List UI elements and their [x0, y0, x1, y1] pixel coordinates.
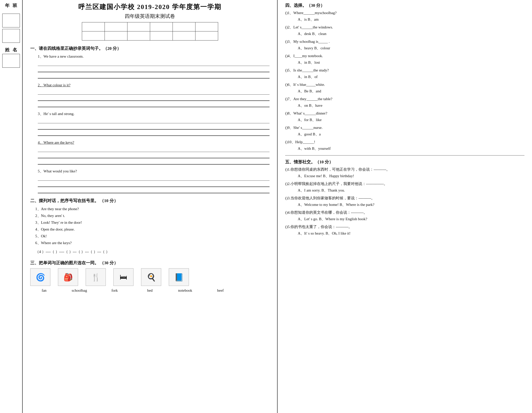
vocab-beef: 📘: [169, 268, 189, 286]
s1-item-5: 5、What would you like?: [30, 168, 270, 193]
score-row-top: [82, 22, 218, 31]
schoolbag-image: 🎒: [58, 268, 78, 286]
writing-area-1: [38, 60, 270, 79]
vocab-schoolbag: 🎒: [58, 268, 78, 286]
section-1: 一、请在四线格里正确抄录英词句子。（20 分） 1、We have a new …: [30, 46, 270, 193]
s1-item-3: 3、He' s tall and strong.: [30, 111, 270, 136]
section-4-title: 四、选择。（30 分）: [285, 3, 524, 8]
vocab-fork: 🍴: [86, 268, 106, 286]
notebook-image: 🍳: [141, 268, 161, 286]
writing-area-5: [38, 175, 270, 193]
score-cell: [82, 22, 105, 31]
section-2-items: 1、Are they near the phone? 2、No, they ar…: [30, 206, 270, 255]
s5-q3: ()3.当你欢迎他人到你家做客的时候，要说：----------。 A、Welc…: [285, 195, 524, 208]
section-5-title: 五、情形社交。（10 分）: [285, 159, 524, 165]
s4-q10: ()10、Help______! A、with B、yourself: [285, 139, 524, 152]
word-bed: bed: [139, 288, 161, 293]
exam-subtitle: 四年级英语期末测试卷: [30, 13, 270, 20]
name-label: 姓 名: [5, 47, 17, 53]
section-1-title: 一、请在四线格里正确抄录英词句子。（20 分）: [30, 46, 270, 51]
s4-q4: ()4、I____my notebook. A、in B、lost: [285, 53, 524, 66]
score-grid: [30, 22, 270, 41]
word-notebook: notebook: [174, 288, 196, 293]
bed-image: 🛏: [113, 268, 134, 286]
word-beef: beef: [209, 288, 232, 293]
score-row-bottom: [82, 31, 218, 41]
vocab-image-row: 🌀 🎒 🍴 🛏 🍳 📘: [30, 268, 270, 286]
exam-header: 呼兰区建国小学校 2019-2020 学年度第一学期 四年级英语期末测试卷: [30, 3, 270, 20]
name-box: [2, 54, 20, 68]
section-2: 二、摆列对话，把序号写在括号里。 （10 分） 1、Are they near …: [30, 198, 270, 255]
main-content: 呼兰区建国小学校 2019-2020 学年度第一学期 四年级英语期末测试卷: [23, 0, 278, 413]
s4-q7: ()7、Are they______the table? A、on B、have: [285, 96, 524, 109]
word-fork: fork: [103, 288, 126, 293]
score-cell: [195, 31, 218, 41]
s5-q4: ()4.你想知道你的英文书在哪，你会说：----------。 A、Let' s…: [285, 209, 524, 222]
s2-item-5: 5、Ok!: [35, 233, 270, 240]
s1-item-2: 2、What colour is it?: [30, 82, 270, 107]
score-cell: [127, 22, 150, 31]
s2-order-row: （4 ）----（ ）----（ ）---（ ）---（ ）---（ ）: [35, 248, 270, 255]
score-cell: [173, 31, 195, 41]
s1-item-1: 1、We have a new classroom.: [30, 53, 270, 79]
score-cell: [173, 22, 195, 31]
fork-image: 🍴: [86, 268, 106, 286]
vocab-notebook: 🍳: [141, 268, 161, 286]
s5-q5: ()5.你的书包太重了，你会说：----------。 A、It' s so h…: [285, 224, 524, 237]
class-box: [2, 29, 20, 43]
s2-item-1: 1、Are they near the phone?: [35, 206, 270, 212]
score-cell: [150, 22, 173, 31]
s2-item-4: 4、Open the door, please.: [35, 226, 270, 233]
writing-area-4: [38, 146, 270, 165]
s4-q5: ()5、Is she______the study? A、in B、of: [285, 67, 524, 80]
school-title: 呼兰区建国小学校 2019-2020 学年度第一学期: [30, 3, 270, 11]
score-cell: [105, 22, 127, 31]
year-class-label: 年 班: [5, 3, 17, 9]
s4-q9: ()9、She' s______nurse. A、good B、a: [285, 125, 524, 137]
section-3: 三、把单词与正确的图片连在一同。 （30 分） 🌀 🎒 🍴 🛏 🍳 📘 f: [30, 260, 270, 293]
section-2-title: 二、摆列对话，把序号写在括号里。 （10 分）: [30, 198, 270, 204]
s2-item-6: 6、Where are the keys?: [35, 240, 270, 246]
section-4: 四、选择。（30 分） ()1、Where______myschoolbag? …: [285, 3, 524, 152]
s2-item-3: 3、Look! They' re in the door!: [35, 219, 270, 226]
s4-q3: ()3、My schoolbag is_____ . A、heavy B、col…: [285, 39, 524, 51]
word-schoolbag: schoolbag: [68, 288, 91, 293]
s4-q2: ()2、Let' s______the windows. A、desk B、cl…: [285, 24, 524, 37]
word-fan: fan: [33, 288, 55, 293]
vocab-bed: 🛏: [113, 268, 134, 286]
s5-q1: ()1.你想借你同桌的东西时，可他正在学习，你会说：----------。 A、…: [285, 166, 524, 179]
score-table: [82, 22, 218, 41]
score-cell: [195, 22, 218, 31]
score-cell: [150, 31, 173, 41]
score-cell: [127, 31, 150, 41]
vocab-fan: 🌀: [30, 268, 50, 286]
s4-q1: ()1、Where______myschoolbag? A、is B、am: [285, 10, 524, 23]
beef-image: 📘: [169, 268, 189, 286]
fan-image: 🌀: [30, 268, 50, 286]
left-margin: 年 班 姓 名: [0, 0, 23, 413]
score-cell: [105, 31, 127, 41]
s4-q6: ()6、It' s blue_____white. A、Be B、and: [285, 82, 524, 94]
s5-q2: ()2.小明帮我捡起掉在地上的尺子，我要对他说：--------------。 …: [285, 181, 524, 194]
section-3-title: 三、把单词与正确的图片连在一同。 （30 分）: [30, 260, 270, 266]
year-box: [2, 14, 20, 27]
section-5: 五、情形社交。（10 分） ()1.你想借你同桌的东西时，可他正在学习，你会说：…: [285, 159, 524, 237]
score-cell: [82, 31, 105, 41]
writing-area-3: [38, 118, 270, 136]
vocab-label-row: fan schoolbag fork bed notebook beef: [30, 288, 270, 293]
s2-item-2: 2、No, they aren' t.: [35, 212, 270, 219]
section-divider: [285, 155, 524, 156]
right-content: 四、选择。（30 分） ()1、Where______myschoolbag? …: [278, 0, 532, 413]
s1-item-4: 4、Where are the keys?: [30, 139, 270, 165]
s4-q8: ()8、What' s______dinner? A、for B、like: [285, 110, 524, 123]
writing-area-2: [38, 89, 270, 107]
